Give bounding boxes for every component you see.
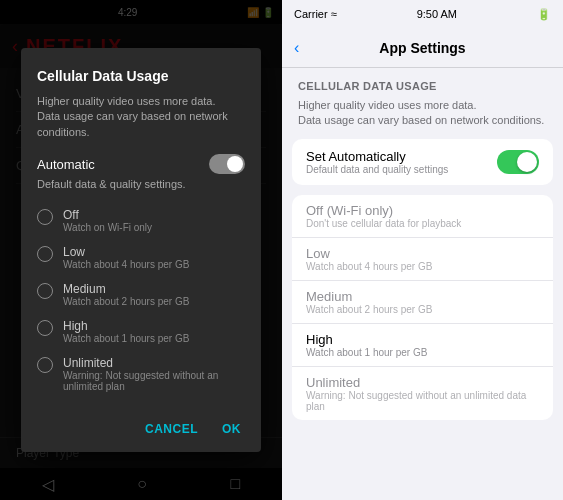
option-medium-text: Medium Watch about 2 hours per GB [63, 282, 189, 307]
option-unlimited-text: Unlimited Warning: Not suggested without… [63, 356, 245, 392]
radio-unlimited [37, 357, 53, 373]
left-panel: 4:29 📶 🔋 ‹ NETFLIX Video Playback Audio … [0, 0, 282, 500]
option-low[interactable]: Low Watch about 4 hours per GB [37, 239, 245, 276]
radio-off [37, 209, 53, 225]
ios-back-button[interactable]: ‹ [294, 39, 299, 57]
automatic-sublabel: Default data & quality settings. [37, 178, 245, 190]
toggle-knob [227, 156, 243, 172]
option-wifi-only[interactable]: Off (Wi-Fi only) Don't use cellular data… [292, 195, 553, 238]
option-high[interactable]: High Watch about 1 hours per GB [37, 313, 245, 350]
option-low-text: Low Watch about 4 hours per GB [63, 245, 189, 270]
cancel-button[interactable]: CANCEL [141, 418, 202, 440]
dialog-subtitle: Higher quality video uses more data.Data… [37, 94, 245, 140]
set-auto-card: Set Automatically Default data and quali… [292, 139, 553, 185]
ios-nav-title: App Settings [379, 40, 465, 56]
radio-low [37, 246, 53, 262]
option-off[interactable]: Off Watch on Wi-Fi only [37, 202, 245, 239]
option-low-ios[interactable]: Low Watch about 4 hours per GB [292, 238, 553, 281]
status-bar-right: Carrier ≈ 9:50 AM 🔋 [282, 0, 563, 28]
automatic-toggle-row: Automatic [37, 154, 245, 174]
set-auto-row[interactable]: Set Automatically Default data and quali… [292, 139, 553, 185]
option-high-text: High Watch about 1 hours per GB [63, 319, 189, 344]
radio-medium [37, 283, 53, 299]
options-list: Off (Wi-Fi only) Don't use cellular data… [292, 195, 553, 420]
set-auto-toggle[interactable] [497, 150, 539, 174]
option-high-ios[interactable]: High Watch about 1 hour per GB [292, 324, 553, 367]
ok-button[interactable]: OK [218, 418, 245, 440]
cellular-data-dialog: Cellular Data Usage Higher quality video… [21, 48, 261, 452]
carrier-label: Carrier ≈ [294, 8, 337, 20]
option-unlimited[interactable]: Unlimited Warning: Not suggested without… [37, 350, 245, 398]
ios-nav-bar: ‹ App Settings [282, 28, 563, 68]
battery-icon: 🔋 [537, 8, 551, 21]
option-unlimited-ios[interactable]: Unlimited Warning: Not suggested without… [292, 367, 553, 420]
automatic-label: Automatic [37, 157, 95, 172]
time-right: 9:50 AM [417, 8, 457, 20]
ios-section-desc: Higher quality video uses more data.Data… [282, 98, 563, 139]
right-panel: Carrier ≈ 9:50 AM 🔋 ‹ App Settings CELLU… [282, 0, 563, 500]
dialog-title: Cellular Data Usage [37, 68, 245, 84]
radio-high [37, 320, 53, 336]
dialog-overlay: Cellular Data Usage Higher quality video… [0, 0, 282, 500]
dialog-buttons: CANCEL OK [37, 410, 245, 440]
ios-content: CELLULAR DATA USAGE Higher quality video… [282, 68, 563, 420]
ios-section-header: CELLULAR DATA USAGE [282, 68, 563, 98]
option-medium[interactable]: Medium Watch about 2 hours per GB [37, 276, 245, 313]
ios-back-chevron: ‹ [294, 39, 299, 57]
set-auto-text: Set Automatically Default data and quali… [306, 149, 448, 175]
automatic-toggle[interactable] [209, 154, 245, 174]
option-off-text: Off Watch on Wi-Fi only [63, 208, 152, 233]
option-medium-ios[interactable]: Medium Watch about 2 hours per GB [292, 281, 553, 324]
ios-toggle-knob [517, 152, 537, 172]
